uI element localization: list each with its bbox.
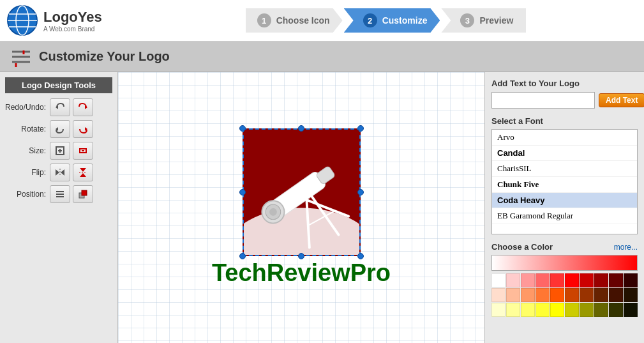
font-item-candal[interactable]: Candal [492, 146, 637, 161]
color-swatch[interactable] [506, 303, 520, 317]
svg-marker-23 [80, 173, 86, 177]
wizard-step-3[interactable]: 3 Preview [441, 8, 526, 33]
wizard-step-2[interactable]: 2 Customize [344, 8, 440, 33]
redo-undo-label: Redo/Undo: [5, 103, 50, 112]
size-decrease-button[interactable] [73, 142, 93, 160]
color-swatch[interactable] [594, 288, 608, 302]
color-swatch[interactable] [580, 303, 594, 317]
position-back-button[interactable] [50, 185, 70, 203]
telescope-icon [244, 130, 359, 255]
color-swatch[interactable] [550, 288, 564, 302]
font-item-charissil[interactable]: CharisSIL [492, 161, 637, 177]
font-item-codaheavy[interactable]: Coda Heavy [492, 193, 637, 208]
handle-top-center[interactable] [298, 125, 304, 132]
redo-undo-row: Redo/Undo: [5, 98, 112, 116]
handle-bottom-right[interactable] [357, 253, 364, 259]
add-text-section: Add Text to Your Logo Add Text [491, 79, 638, 109]
color-swatch[interactable] [491, 303, 505, 317]
icon-box[interactable] [243, 128, 361, 256]
color-swatch[interactable] [550, 303, 564, 317]
svg-rect-29 [82, 190, 87, 195]
subtitle-bar: Customize Your Logo [0, 42, 644, 72]
color-swatch[interactable] [594, 273, 608, 287]
handle-bottom-center[interactable] [298, 253, 304, 259]
color-swatch[interactable] [580, 273, 594, 287]
rotate-label: Rotate: [5, 125, 50, 133]
undo-button[interactable] [50, 98, 70, 116]
flip-vertical-button[interactable] [73, 164, 93, 181]
color-swatch[interactable] [535, 288, 550, 302]
position-front-button[interactable] [73, 185, 93, 203]
size-row: Size: [5, 142, 112, 160]
color-swatch[interactable] [624, 288, 638, 302]
handle-bottom-left[interactable] [239, 253, 246, 259]
left-panel: Logo Design Tools Redo/Undo: Rotate: Siz… [0, 72, 118, 343]
step-3-label: Preview [479, 15, 513, 26]
logo-text-display[interactable]: TechReviewPro [212, 259, 391, 287]
right-panel: Add Text to Your Logo Add Text Select a … [484, 72, 644, 343]
color-swatch[interactable] [550, 273, 564, 287]
flip-row: Flip: [5, 164, 112, 181]
icon-wrapper[interactable] [243, 128, 361, 256]
color-swatch[interactable] [521, 273, 535, 287]
color-swatch[interactable] [609, 273, 623, 287]
color-more-link[interactable]: more... [614, 243, 638, 252]
rotate-row: Rotate: [5, 120, 112, 138]
flip-label: Flip: [5, 168, 50, 177]
color-swatch[interactable] [624, 303, 638, 317]
add-text-button[interactable]: Add Text [599, 93, 644, 107]
handle-middle-left[interactable] [239, 189, 246, 195]
logo-text: LogoYes A Web.com Brand [43, 9, 102, 33]
font-item-chunkfive[interactable]: Chunk Five [492, 177, 637, 193]
customize-icon [10, 45, 33, 68]
step-1-num: 1 [257, 13, 271, 27]
header: LogoYes A Web.com Brand 1 Choose Icon 2 … [0, 0, 644, 42]
handle-middle-right[interactable] [357, 189, 364, 195]
color-swatch[interactable] [565, 273, 579, 287]
color-swatch[interactable] [535, 303, 550, 317]
color-swatch[interactable] [624, 273, 638, 287]
font-list[interactable]: Arvo Candal CharisSIL Chunk Five Coda He… [491, 129, 638, 234]
color-swatch[interactable] [506, 288, 520, 302]
step-3-num: 3 [460, 13, 474, 27]
color-swatch[interactable] [594, 303, 608, 317]
wizard: 1 Choose Icon 2 Customize 3 Preview [134, 8, 638, 33]
color-swatch[interactable] [580, 288, 594, 302]
logo-area: LogoYes A Web.com Brand [6, 4, 134, 36]
color-swatch[interactable] [565, 288, 579, 302]
color-gradient[interactable] [491, 255, 638, 271]
color-swatch[interactable] [609, 303, 623, 317]
add-text-title: Add Text to Your Logo [491, 79, 638, 88]
wizard-step-1[interactable]: 1 Choose Icon [246, 8, 343, 33]
size-increase-button[interactable] [50, 142, 70, 160]
color-swatch[interactable] [535, 273, 550, 287]
logo-name: LogoYes [43, 9, 102, 26]
add-text-row: Add Text [491, 92, 638, 109]
svg-marker-22 [80, 168, 86, 172]
color-swatch[interactable] [506, 273, 520, 287]
handle-top-right[interactable] [357, 125, 364, 132]
color-swatch[interactable] [565, 303, 579, 317]
rotate-cw-button[interactable] [73, 120, 93, 138]
step-2-label: Customize [382, 15, 428, 26]
color-swatch[interactable] [491, 288, 505, 302]
color-header: Choose a Color more... [491, 242, 638, 252]
color-swatch[interactable] [491, 273, 505, 287]
step-2-num: 2 [363, 13, 377, 27]
font-item-ebgaramond[interactable]: EB Garamond Regular [492, 208, 637, 224]
handle-top-left[interactable] [239, 125, 246, 132]
tools-title: Logo Design Tools [5, 77, 112, 93]
font-item-arvo[interactable]: Arvo [492, 130, 637, 146]
add-text-input[interactable] [491, 92, 595, 109]
color-swatch[interactable] [609, 288, 623, 302]
flip-horizontal-button[interactable] [50, 164, 70, 181]
color-swatch[interactable] [521, 288, 535, 302]
font-section: Select a Font Arvo Candal CharisSIL Chun… [491, 116, 638, 234]
canvas-area[interactable]: TechReviewPro [118, 72, 484, 343]
position-row: Position: [5, 185, 112, 203]
rotate-ccw-button[interactable] [50, 120, 70, 138]
logo-sub: A Web.com Brand [43, 26, 102, 33]
redo-button[interactable] [73, 98, 93, 116]
color-swatch[interactable] [521, 303, 535, 317]
logo-canvas: TechReviewPro [212, 128, 391, 287]
